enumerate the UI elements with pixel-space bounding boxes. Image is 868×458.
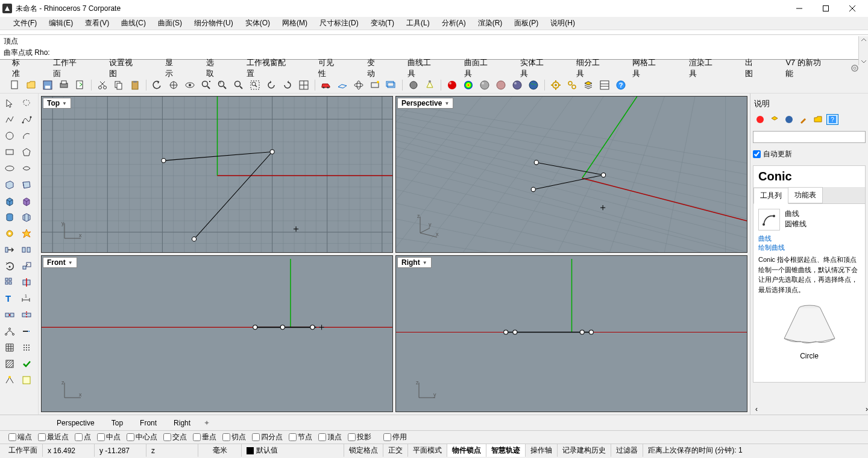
rotate-view-icon[interactable] [183, 78, 197, 92]
undo-view-icon[interactable] [265, 78, 278, 92]
environment-icon[interactable] [527, 78, 540, 92]
zoom-dynamic-icon[interactable] [200, 78, 213, 92]
sphere2-icon[interactable] [494, 78, 508, 92]
help-tab-menu[interactable]: 功能表 [788, 187, 823, 203]
ellipse-icon[interactable] [1, 161, 18, 176]
set-view-icon[interactable] [368, 78, 382, 92]
osnap-knot[interactable] [289, 433, 297, 441]
control-curve-icon[interactable] [18, 112, 35, 127]
osnap-perp[interactable] [193, 433, 201, 441]
help-link-curve[interactable]: 曲线 [758, 234, 860, 243]
array-icon[interactable] [1, 275, 18, 290]
auto-update-checkbox[interactable] [753, 150, 761, 158]
named-view-icon[interactable] [385, 78, 398, 92]
help-active-icon[interactable]: ? [826, 114, 838, 125]
tab-drafting[interactable]: 出图 [741, 55, 764, 81]
menu-transform[interactable]: 变动(T) [365, 17, 400, 30]
zoom-extents-icon[interactable] [232, 78, 245, 92]
object-props-icon[interactable] [598, 78, 611, 92]
copy-tool-icon[interactable] [18, 243, 35, 257]
rectangle-icon[interactable] [1, 145, 18, 159]
four-view-icon[interactable] [297, 78, 310, 92]
material-icon[interactable] [462, 78, 475, 92]
arc-icon[interactable] [18, 129, 35, 143]
viewport-top-label[interactable]: Top▼ [43, 98, 71, 109]
polyline-icon[interactable] [1, 112, 18, 127]
osnap-center[interactable] [127, 433, 134, 441]
menu-edit[interactable]: 编辑(E) [43, 17, 79, 30]
close-button[interactable] [839, 0, 866, 17]
osnap-point[interactable] [75, 433, 83, 441]
check-icon[interactable] [18, 357, 35, 371]
viewport-right[interactable]: Right▼ zy [395, 255, 747, 412]
rotate-tool-icon[interactable] [1, 259, 18, 273]
menu-dimension[interactable]: 尺寸标注(D) [313, 17, 365, 30]
mesh-icon[interactable] [18, 210, 35, 224]
status-unit[interactable]: 毫米 [198, 444, 242, 457]
menu-subd[interactable]: 细分物件(U) [188, 17, 239, 30]
menu-mesh[interactable]: 网格(M) [276, 17, 313, 30]
status-planar[interactable]: 平面模式 [408, 444, 447, 457]
vtab-top[interactable]: Top [103, 418, 131, 428]
menu-panel[interactable]: 面板(P) [508, 17, 544, 30]
sphere3-icon[interactable] [511, 78, 524, 92]
tab-setview[interactable]: 设置视图 [105, 55, 143, 81]
menu-render[interactable]: 渲染(R) [472, 17, 509, 30]
explode-icon[interactable] [18, 226, 35, 241]
osnap-quad[interactable] [252, 433, 260, 441]
surface-edge-icon[interactable] [18, 177, 35, 192]
pan-icon[interactable] [167, 78, 180, 92]
menu-analyze[interactable]: 分析(A) [436, 17, 472, 30]
tab-solidtools[interactable]: 实体工具 [517, 55, 555, 81]
curve-tools-icon[interactable] [18, 161, 35, 176]
text-icon[interactable]: T [1, 291, 18, 306]
osnap-near[interactable] [38, 433, 46, 441]
point-edit-icon[interactable] [1, 324, 18, 339]
maximize-button[interactable] [813, 0, 839, 17]
polygon-icon[interactable] [18, 145, 35, 159]
osnap-tan[interactable] [222, 433, 230, 441]
zoom-window-icon[interactable] [216, 78, 229, 92]
status-gumball[interactable]: 操作轴 [526, 444, 558, 457]
vtab-front[interactable]: Front [131, 418, 165, 428]
viewport-perspective[interactable]: Perspective▼ zyx [395, 96, 747, 253]
menu-file[interactable]: 文件(F) [7, 17, 43, 30]
surface-corner-icon[interactable] [1, 177, 18, 192]
dimension-icon[interactable]: 1 [18, 291, 35, 306]
render-icon[interactable] [445, 78, 459, 92]
menu-curve[interactable]: 曲线(C) [115, 17, 152, 30]
car-icon[interactable] [319, 78, 333, 92]
import-icon[interactable] [74, 78, 87, 92]
grid-icon[interactable] [1, 340, 18, 355]
help-link-draw[interactable]: 绘制曲线 [758, 243, 860, 252]
status-history[interactable]: 记录建构历史 [558, 444, 611, 457]
scroll-right-icon[interactable]: › [866, 405, 868, 413]
tab-meshtools[interactable]: 网格工具 [629, 55, 667, 81]
named-cplane-icon[interactable] [352, 78, 365, 92]
tab-cplane[interactable]: 工作平面 [49, 55, 87, 81]
help-search-input[interactable] [753, 131, 866, 143]
redo-view-icon[interactable] [281, 78, 294, 92]
tab-select[interactable]: 选取 [203, 55, 225, 81]
pointer-icon[interactable] [1, 96, 18, 110]
misc-tool1-icon[interactable] [1, 373, 18, 387]
help-icon[interactable]: ? [614, 78, 627, 92]
properties-icon[interactable] [565, 78, 579, 92]
osnap-vertex[interactable] [318, 433, 326, 441]
viewport-front[interactable]: Front▼ zx [41, 255, 393, 412]
menu-solid[interactable]: 实体(O) [239, 17, 276, 30]
tab-transform[interactable]: 变动 [363, 55, 386, 81]
shade-icon[interactable] [407, 78, 420, 92]
print-icon[interactable] [57, 78, 71, 92]
split-icon[interactable] [18, 308, 35, 322]
lasso-icon[interactable] [18, 96, 35, 110]
gear-tool-icon[interactable] [1, 226, 18, 241]
box-icon[interactable] [1, 194, 18, 208]
brush-icon[interactable] [797, 114, 810, 125]
tab-rendertools[interactable]: 渲染工具 [685, 55, 723, 81]
viewport-right-label[interactable]: Right▼ [397, 257, 432, 268]
add-viewport-tab[interactable]: ✦ [199, 418, 215, 428]
osnap-disable[interactable] [383, 433, 391, 441]
spotlight-icon[interactable] [423, 78, 436, 92]
status-filter[interactable]: 过滤器 [611, 444, 643, 457]
